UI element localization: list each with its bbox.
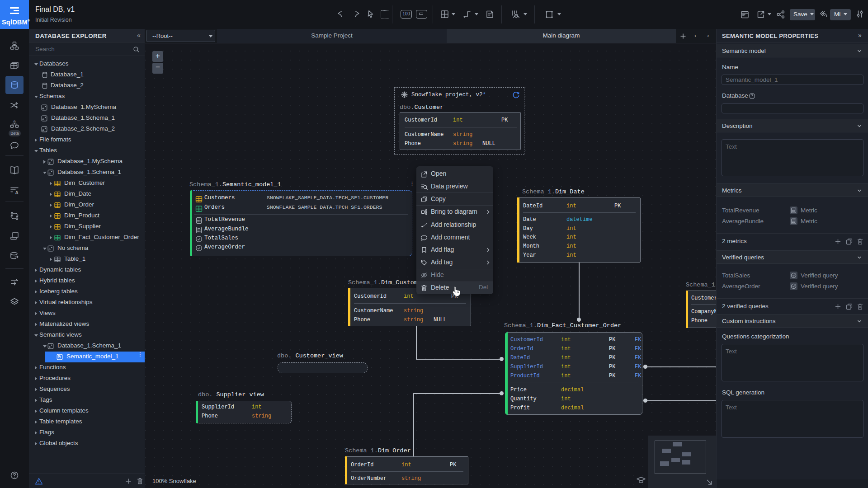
svg-text:A: A (15, 190, 18, 195)
